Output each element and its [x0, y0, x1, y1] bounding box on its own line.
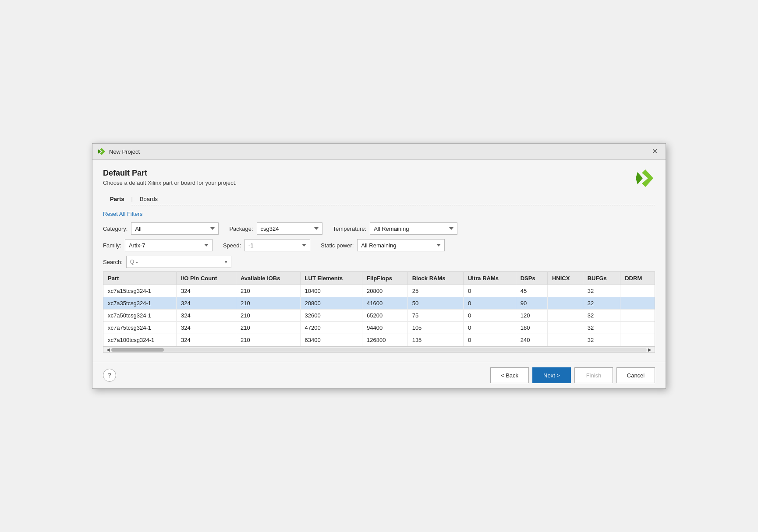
filter-package: Package: All csg324 tqg144 cpg236: [229, 222, 322, 235]
scroll-left-arrow[interactable]: ◀: [105, 347, 111, 352]
search-input[interactable]: [136, 259, 223, 265]
table-cell: [547, 322, 583, 334]
static-power-label: Static power:: [321, 242, 354, 249]
back-button[interactable]: < Back: [490, 367, 529, 383]
table-cell: 120: [516, 310, 547, 322]
family-select[interactable]: Artix-7 Kintex-7 Virtex-7 Zynq-7000: [125, 239, 213, 251]
col-part: Part: [103, 272, 177, 285]
tab-boards[interactable]: Boards: [133, 193, 165, 205]
table-cell: [547, 310, 583, 322]
svg-marker-3: [636, 172, 643, 184]
table-cell: 90: [516, 297, 547, 310]
category-label: Category:: [103, 225, 128, 232]
cancel-button[interactable]: Cancel: [616, 367, 655, 383]
table-cell: 41600: [362, 297, 408, 310]
col-block-rams: Block RAMs: [407, 272, 463, 285]
footer-left: ?: [103, 369, 116, 382]
table-cell: [547, 297, 583, 310]
table-cell: 63400: [300, 334, 362, 346]
table-cell: 0: [463, 310, 516, 322]
scroll-right-arrow[interactable]: ▶: [647, 347, 653, 352]
table-cell: 210: [236, 322, 300, 334]
tab-parts[interactable]: Parts: [103, 193, 131, 205]
tabs-bar: Parts | Boards: [103, 193, 655, 205]
table-cell: 25: [407, 285, 463, 297]
header-area: Default Part Choose a default Xilinx par…: [103, 169, 655, 193]
table-cell: xc7a15tcsg324-1: [103, 285, 177, 297]
table-cell: 324: [177, 285, 236, 297]
search-row: Search: Q ▾: [103, 256, 655, 268]
table-cell: 210: [236, 297, 300, 310]
table-cell: 75: [407, 310, 463, 322]
col-io-pin-count: I/O Pin Count: [177, 272, 236, 285]
temperature-label: Temperature:: [333, 225, 367, 232]
filter-speed: Speed: -1 -2 -3: [223, 239, 310, 251]
table-cell: 0: [463, 297, 516, 310]
package-label: Package:: [229, 225, 253, 232]
table-cell: 180: [516, 322, 547, 334]
close-button[interactable]: ✕: [649, 147, 660, 156]
scroll-thumb[interactable]: [111, 348, 164, 352]
table-cell: 135: [407, 334, 463, 346]
filter-static-power: Static power: All Remaining Low High: [321, 239, 445, 251]
col-flipflops: FlipFlops: [362, 272, 408, 285]
table-cell: 105: [407, 322, 463, 334]
col-ddrm: DDRM: [620, 272, 655, 285]
table-cell: xc7a100tcsg324-1: [103, 334, 177, 346]
table-body: xc7a15tcsg324-132421010400208002504532xc…: [103, 285, 655, 346]
reset-filters-link[interactable]: Reset All Filters: [103, 211, 655, 217]
table-cell: [620, 334, 655, 346]
col-ultra-rams: Ultra RAMs: [463, 272, 516, 285]
table-cell: [547, 285, 583, 297]
category-select[interactable]: All Artix Kintex Virtex Zynq: [131, 222, 219, 235]
table-cell: 324: [177, 334, 236, 346]
scroll-track[interactable]: [111, 348, 647, 352]
speed-select[interactable]: -1 -2 -3: [244, 239, 310, 251]
col-hnicx: HNICX: [547, 272, 583, 285]
table-cell: xc7a35tcsg324-1: [103, 297, 177, 310]
filter-temperature: Temperature: All Remaining Commercial In…: [333, 222, 458, 235]
temperature-select[interactable]: All Remaining Commercial Industrial Exte…: [370, 222, 457, 235]
horizontal-scrollbar[interactable]: ◀ ▶: [103, 346, 655, 352]
filter-family: Family: Artix-7 Kintex-7 Virtex-7 Zynq-7…: [103, 239, 213, 251]
table-cell: 50: [407, 297, 463, 310]
table-cell: 324: [177, 322, 236, 334]
table-cell: 0: [463, 334, 516, 346]
table-row[interactable]: xc7a35tcsg324-132421020800416005009032: [103, 297, 655, 310]
table-row[interactable]: xc7a100tcsg324-1324210634001268001350240…: [103, 334, 655, 346]
package-select[interactable]: All csg324 tqg144 cpg236: [257, 222, 322, 235]
table-row[interactable]: xc7a75tcsg324-13242104720094400105018032: [103, 322, 655, 334]
dialog-footer: ? < Back Next > Finish Cancel: [92, 362, 666, 388]
static-power-select[interactable]: All Remaining Low High: [357, 239, 445, 251]
table-cell: 32: [583, 285, 620, 297]
table-row[interactable]: xc7a15tcsg324-132421010400208002504532: [103, 285, 655, 297]
table-cell: 324: [177, 297, 236, 310]
app-icon: [98, 148, 106, 155]
filter-category: Category: All Artix Kintex Virtex Zynq: [103, 222, 219, 235]
table-cell: 324: [177, 310, 236, 322]
search-icon: Q: [130, 259, 134, 265]
table-cell: 32: [583, 310, 620, 322]
dialog-title: New Project: [109, 148, 140, 155]
search-input-wrap: Q ▾: [126, 256, 231, 268]
speed-label: Speed:: [223, 242, 241, 249]
table-cell: 126800: [362, 334, 408, 346]
help-button[interactable]: ?: [103, 369, 116, 382]
title-bar-left: New Project: [98, 148, 140, 155]
filters-row-2: Family: Artix-7 Kintex-7 Virtex-7 Zynq-7…: [103, 239, 655, 251]
page-subtitle: Choose a default Xilinx part or board fo…: [103, 180, 655, 186]
next-button[interactable]: Next >: [532, 367, 571, 383]
table-cell: 47200: [300, 322, 362, 334]
col-bufgs: BUFGs: [583, 272, 620, 285]
table-cell: 10400: [300, 285, 362, 297]
finish-button[interactable]: Finish: [574, 367, 613, 383]
table-cell: 45: [516, 285, 547, 297]
table-cell: 240: [516, 334, 547, 346]
table-cell: 32: [583, 322, 620, 334]
table-cell: 20800: [362, 285, 408, 297]
search-label: Search:: [103, 259, 123, 265]
table-cell: 32600: [300, 310, 362, 322]
search-chevron-icon[interactable]: ▾: [225, 259, 227, 265]
table-row[interactable]: xc7a50tcsg324-1324210326006520075012032: [103, 310, 655, 322]
table-cell: 0: [463, 322, 516, 334]
